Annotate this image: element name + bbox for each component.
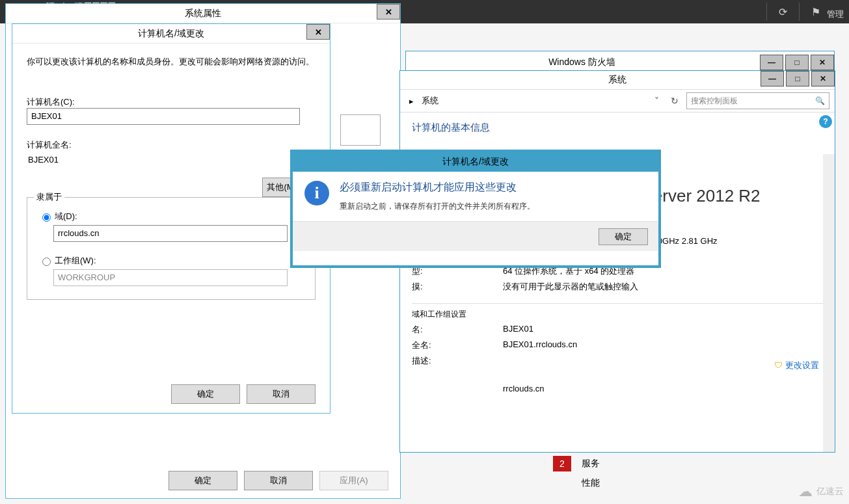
refresh-icon[interactable]: ⟳	[779, 6, 787, 18]
search-icon[interactable]: 🔍	[815, 96, 825, 105]
close-button[interactable]: ✕	[811, 55, 834, 70]
close-button[interactable]: ✕	[306, 24, 330, 40]
system-properties-titlebar: 系统属性 ✕	[6, 4, 400, 23]
full-name-label: 计算机全名:	[27, 139, 316, 151]
help-icon[interactable]: ?	[819, 115, 832, 128]
refresh-icon[interactable]: ↻	[667, 96, 682, 106]
maximize-button[interactable]: □	[785, 55, 809, 70]
domain-dialog-description: 你可以更改该计算机的名称和成员身份。更改可能会影响对网络资源的访问。	[27, 55, 316, 69]
msgbox-headline: 必须重新启动计算机才能应用这些更改	[340, 181, 647, 194]
breadcrumb-item[interactable]: 系统	[422, 95, 438, 107]
breadcrumb-arrow-icon[interactable]: ▸	[409, 96, 414, 106]
services-error-badge[interactable]: 2	[553, 456, 571, 471]
change-settings-link[interactable]: 更改设置	[785, 360, 819, 370]
computer-name-domain-dialog: 计算机名/域更改 ✕ 你可以更改该计算机的名称和成员身份。更改可能会影响对网络资…	[12, 23, 330, 414]
cloud-icon: ☁	[798, 483, 813, 500]
services-label[interactable]: 服务	[582, 458, 600, 470]
workgroup-radio-label: 工作组(W):	[55, 255, 96, 267]
ok-button[interactable]: 确定	[168, 471, 237, 490]
manage-menu[interactable]: 管理	[827, 8, 844, 20]
watermark-text: 亿速云	[816, 486, 844, 497]
topbar-separator	[799, 3, 800, 21]
info-icon: i	[304, 181, 329, 206]
cancel-button[interactable]: 取消	[244, 471, 313, 490]
description-label: 描述:	[412, 355, 503, 367]
computer-name-value: BJEX01	[503, 324, 823, 336]
domain-radio[interactable]	[42, 213, 51, 222]
system-window-titlebar: 系统 — □ ✕	[400, 71, 835, 89]
domain-dialog-titlebar: 计算机名/域更改 ✕	[12, 24, 330, 44]
domain-input[interactable]	[53, 225, 288, 242]
minimize-button[interactable]: —	[760, 55, 783, 70]
msgbox-detail: 重新启动之前，请保存所有打开的文件并关闭所有程序。	[340, 201, 647, 212]
shield-icon: 🛡	[774, 360, 783, 370]
restart-required-msgbox: 计算机名/域更改 i 必须重新启动计算机才能应用这些更改 重新启动之前，请保存所…	[290, 150, 661, 268]
search-input[interactable]: 搜索控制面板 🔍	[686, 92, 829, 109]
cancel-button[interactable]: 取消	[247, 384, 316, 404]
msgbox-title: 计算机名/域更改	[293, 152, 658, 172]
domain-dialog-title: 计算机名/域更改	[138, 28, 204, 40]
computer-name-label: 计算机名(C):	[27, 96, 316, 108]
pen-touch-label: 摸:	[412, 281, 503, 293]
watermark: ☁ 亿速云	[798, 483, 844, 500]
domain-value: rrclouds.cn	[503, 384, 823, 393]
performance-label[interactable]: 性能	[582, 477, 600, 489]
member-of-groupbox: 隶属于 域(D): 工作组(W):	[27, 197, 316, 300]
firewall-title: Windows 防火墙	[406, 57, 758, 68]
full-name-value: BJEX01	[28, 155, 316, 165]
server-manager-panel: 2 服务 性能	[553, 454, 826, 493]
topbar-separator	[766, 3, 767, 21]
scrollbar[interactable]	[823, 154, 835, 452]
full-name-label: 全名:	[412, 339, 503, 351]
workgroup-radio[interactable]	[42, 258, 51, 266]
computer-name-input[interactable]	[27, 108, 300, 125]
basic-info-heading: 计算机的基本信息	[412, 122, 823, 134]
minimize-button[interactable]: —	[761, 71, 784, 86]
search-placeholder: 搜索控制面板	[691, 96, 738, 107]
member-of-legend: 隶属于	[34, 191, 64, 203]
full-name-value: BJEX01.rrclouds.cn	[503, 339, 823, 351]
close-button[interactable]: ✕	[377, 4, 400, 20]
close-button[interactable]: ✕	[811, 71, 835, 86]
domain-workgroup-heading: 域和工作组设置	[412, 303, 823, 320]
system-window-title: 系统	[608, 74, 627, 86]
system-toolbar: ▸ 系统 ˅ ↻ 搜索控制面板 🔍	[400, 89, 835, 113]
workgroup-input	[53, 269, 288, 286]
ok-button[interactable]: 确定	[171, 384, 240, 404]
ok-button[interactable]: 确定	[599, 228, 648, 245]
domain-radio-label: 域(D):	[55, 211, 77, 222]
maximize-button[interactable]: □	[786, 71, 809, 86]
partial-input-fragment	[340, 114, 381, 146]
apply-button: 应用(A)	[319, 471, 388, 490]
computer-name-label: 名:	[412, 324, 503, 336]
system-properties-title: 系统属性	[185, 8, 221, 20]
chevron-down-icon[interactable]: ˅	[651, 96, 663, 106]
pen-touch-value: 没有可用于此显示器的笔或触控输入	[503, 281, 823, 293]
flag-icon[interactable]: ⚑	[811, 6, 820, 18]
